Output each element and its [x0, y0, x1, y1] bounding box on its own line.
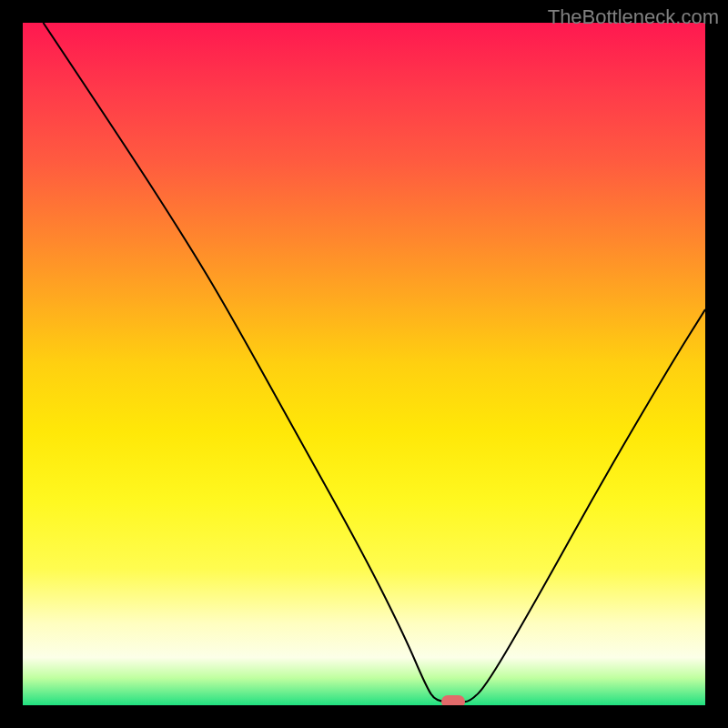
watermark-text: TheBottleneck.com: [548, 5, 719, 29]
optimal-marker: [441, 695, 465, 705]
bottleneck-curve-path: [44, 23, 706, 702]
chart-curve-svg: [23, 23, 705, 705]
chart-plot-area: [23, 23, 705, 705]
